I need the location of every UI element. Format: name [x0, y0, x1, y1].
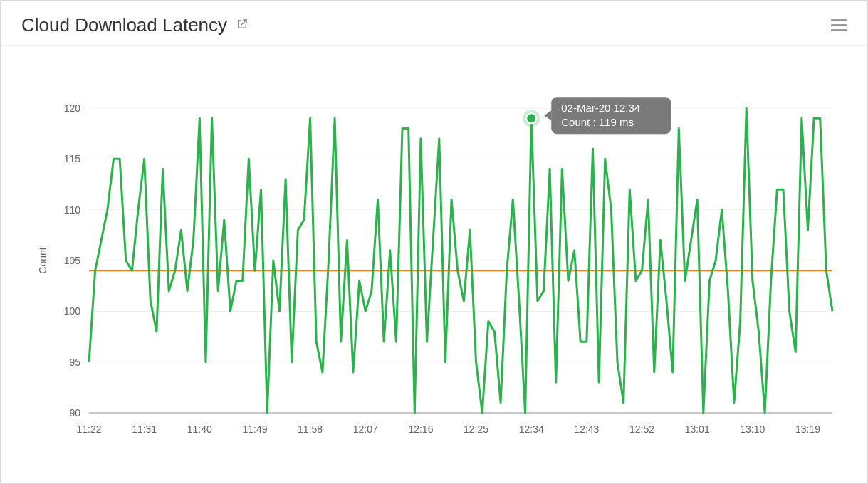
x-tick-label: 13:10	[740, 424, 765, 435]
y-axis-label: Count	[37, 247, 48, 273]
hamburger-menu-icon[interactable]	[831, 19, 847, 31]
y-tick-label: 110	[64, 204, 81, 216]
y-tick-label: 115	[64, 153, 81, 164]
chart-panel: Cloud Download Latency 90951001051101151…	[0, 0, 868, 484]
x-tick-label: 11:58	[298, 424, 323, 435]
tooltip-pointer	[544, 110, 551, 120]
y-tick-label: 100	[64, 305, 81, 317]
y-tick-label: 120	[64, 102, 81, 114]
panel-header: Cloud Download Latency	[1, 1, 867, 46]
x-tick-label: 12:43	[574, 424, 599, 435]
y-tick-label: 95	[69, 357, 80, 368]
popout-icon[interactable]	[236, 18, 249, 33]
x-tick-label: 13:19	[795, 424, 820, 435]
x-tick-label: 11:40	[187, 424, 212, 435]
line-chart[interactable]: 909510010511011512011:2211:3111:4011:491…	[21, 58, 847, 463]
x-tick-label: 12:16	[408, 424, 433, 435]
tooltip-line1: 02-Mar-20 12:34	[561, 102, 640, 114]
x-tick-label: 12:52	[629, 424, 654, 435]
panel-header-left: Cloud Download Latency	[21, 14, 249, 36]
x-tick-label: 11:31	[132, 424, 157, 435]
x-tick-label: 12:07	[353, 424, 378, 435]
chart-area[interactable]: 909510010511011512011:2211:3111:4011:491…	[21, 58, 847, 463]
y-tick-label: 90	[69, 407, 80, 419]
hover-point	[526, 113, 536, 123]
x-tick-label: 12:34	[519, 424, 544, 435]
x-tick-label: 12:25	[464, 424, 488, 435]
x-tick-label: 13:01	[685, 424, 710, 435]
x-tick-label: 11:49	[242, 424, 267, 435]
y-tick-label: 105	[64, 255, 81, 266]
panel-title: Cloud Download Latency	[21, 14, 227, 36]
x-tick-label: 11:22	[76, 424, 101, 435]
tooltip-line2: Count : 119 ms	[561, 116, 634, 128]
